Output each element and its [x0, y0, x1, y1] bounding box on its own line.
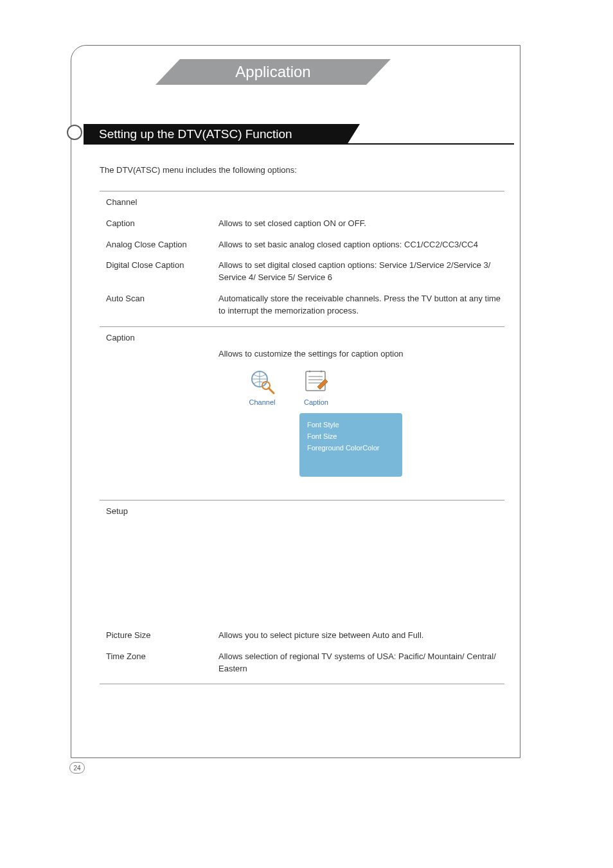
option-desc: Allows to set basic analog closed captio…	[218, 239, 504, 251]
divider	[100, 326, 504, 327]
svg-point-4	[309, 371, 311, 373]
application-tab: Application	[180, 59, 366, 85]
content-area: The DTV(ATSC) menu includes the followin…	[100, 164, 504, 689]
option-label: Analog Close Caption	[100, 239, 218, 251]
divider	[100, 191, 504, 191]
submenu-item: Foreground ColorColor	[307, 443, 395, 454]
table-row: Picture Size Allows you to select pictur…	[100, 630, 504, 642]
channel-icon-col: Channel	[248, 369, 276, 408]
submenu-item: Font Style	[307, 420, 395, 431]
svg-line-2	[269, 388, 274, 393]
table-row: Auto Scan Automatically store the receiv…	[100, 293, 504, 317]
icons-container: Channel Caption	[218, 362, 504, 496]
svg-point-5	[321, 371, 323, 373]
table-row: Digital Close Caption Allows to set digi…	[100, 260, 504, 284]
group-header-row: Channel	[100, 197, 504, 209]
option-label: Picture Size	[100, 630, 218, 642]
icon-label: Channel	[249, 398, 276, 408]
option-desc: Allows you to select picture size betwee…	[218, 630, 504, 642]
group1-header: Channel	[100, 197, 218, 209]
option-label: Time Zone	[100, 651, 218, 675]
option-desc: Allows selection of regional TV systems …	[218, 651, 504, 675]
submenu-item: Font Size	[307, 431, 395, 443]
group-header-row: Caption	[100, 332, 504, 344]
intro-text: The DTV(ATSC) menu includes the followin…	[100, 164, 504, 177]
option-desc: Allows to customize the settings for cap…	[218, 348, 504, 360]
empty	[218, 332, 504, 344]
table-row: Time Zone Allows selection of regional T…	[100, 651, 504, 675]
group-header-row: Setup	[100, 506, 504, 518]
empty	[218, 197, 504, 209]
tab-right-wing	[366, 59, 391, 85]
option-label: Caption	[100, 218, 218, 230]
section-title-bar: Setting up the DTV(ATSC) Function	[84, 124, 347, 145]
section-title: Setting up the DTV(ATSC) Function	[99, 127, 292, 141]
table-row: Allows to customize the settings for cap…	[100, 348, 504, 360]
svg-rect-3	[306, 371, 325, 391]
tab-label: Application	[180, 59, 366, 85]
option-desc: Allows to set closed caption ON or OFF.	[218, 218, 504, 230]
table-row: Analog Close Caption Allows to set basic…	[100, 239, 504, 251]
option-desc: Automatically store the receivable chann…	[218, 293, 504, 317]
corner-circle-icon	[67, 125, 82, 140]
icons-wrapper: Channel Caption	[100, 362, 504, 496]
icon-label: Caption	[304, 398, 328, 408]
group2-header: Caption	[100, 332, 218, 344]
empty	[100, 348, 218, 360]
divider	[100, 500, 504, 500]
group3-header: Setup	[100, 506, 218, 518]
empty	[100, 362, 218, 496]
page-number: 24	[73, 765, 80, 772]
tab-left-wing	[155, 59, 180, 85]
option-desc: Allows to set digital closed caption opt…	[218, 260, 504, 284]
setup-blank-area	[100, 527, 504, 630]
globe-search-icon	[248, 369, 276, 398]
empty	[218, 506, 504, 518]
caption-submenu: Font Style Font Size Foreground ColorCol…	[299, 413, 402, 477]
page-number-badge: 24	[69, 762, 85, 774]
caption-icon-col: Caption	[302, 369, 330, 408]
option-label: Digital Close Caption	[100, 260, 218, 284]
table-row: Caption Allows to set closed caption ON …	[100, 218, 504, 230]
divider	[100, 684, 504, 684]
notepad-icon	[302, 369, 330, 398]
option-label: Auto Scan	[100, 293, 218, 317]
